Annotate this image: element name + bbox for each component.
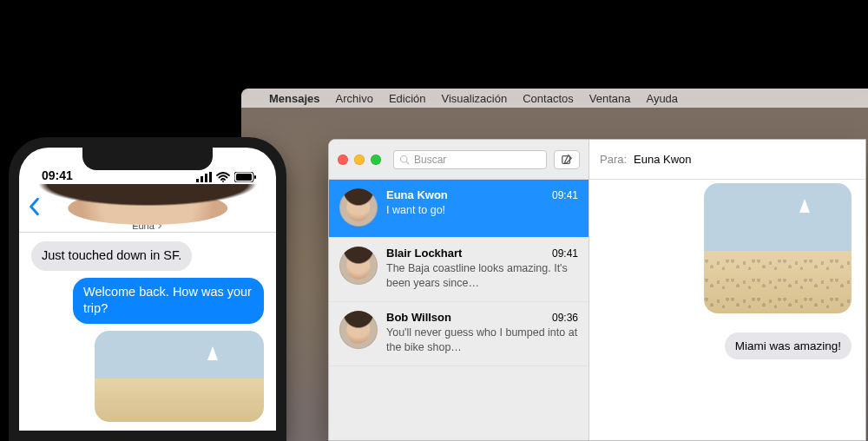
sidebar-toolbar: Buscar [329, 140, 589, 180]
svg-rect-3 [196, 179, 199, 182]
conversation-time: 09:36 [552, 312, 578, 324]
iphone-device-frame: 09:41 Euna Just touched down in SF. Welc [9, 137, 286, 441]
svg-rect-8 [236, 174, 252, 181]
avatar [339, 311, 378, 349]
conversation-list: Euna Kwon 09:41 I want to go! Blair Lock… [329, 180, 589, 440]
svg-rect-5 [205, 174, 207, 182]
svg-rect-6 [209, 172, 212, 182]
svg-rect-4 [201, 176, 203, 182]
wifi-icon [216, 172, 230, 182]
chat-body: Miami was amazing! [589, 180, 865, 440]
chat-bubble-outgoing: Welcome back. How was your trip? [73, 278, 264, 324]
menubar-item-edicion[interactable]: Edición [389, 92, 426, 105]
conversation-item[interactable]: Euna Kwon 09:41 I want to go! [329, 180, 589, 238]
window-zoom-button[interactable] [371, 155, 381, 165]
conversation-name: Euna Kwon [386, 188, 448, 201]
menubar-item-archivo[interactable]: Archivo [336, 92, 373, 105]
conversation-item[interactable]: Bob Willson 09:36 You'll never guess who… [329, 302, 589, 366]
menubar-item-visualizacion[interactable]: Visualización [442, 92, 508, 105]
conversation-name: Bob Willson [386, 311, 451, 324]
iphone-notch [82, 148, 213, 170]
to-value[interactable]: Euna Kwon [634, 153, 692, 166]
avatar [339, 247, 378, 285]
window-close-button[interactable] [338, 155, 348, 165]
menubar-item-contactos[interactable]: Contactos [523, 92, 574, 105]
menubar-item-ventana[interactable]: Ventana [589, 92, 631, 105]
mac-menubar: Mensajes Archivo Edición Visualización C… [241, 89, 868, 108]
chat-bubble-incoming: Just touched down in SF. [31, 241, 192, 271]
conversation-time: 09:41 [552, 189, 578, 201]
messages-window: Buscar Euna Kwon 09:41 [328, 139, 866, 441]
conversation-preview: The Baja coastline looks amazing. It's b… [386, 261, 578, 291]
mac-device-frame: Mensajes Archivo Edición Visualización C… [222, 69, 868, 441]
chat-image-bubble[interactable] [704, 183, 852, 313]
svg-point-0 [401, 155, 408, 162]
status-time: 09:41 [42, 168, 73, 182]
contact-header[interactable]: Euna [131, 186, 164, 231]
avatar [131, 186, 164, 219]
svg-line-1 [406, 161, 409, 164]
window-minimize-button[interactable] [354, 155, 365, 165]
search-input[interactable]: Buscar [393, 150, 547, 169]
menubar-item-ayuda[interactable]: Ayuda [646, 92, 678, 105]
conversation-sidebar: Buscar Euna Kwon 09:41 [329, 140, 589, 440]
conversation-preview: You'll never guess who I bumped into at … [386, 326, 578, 355]
conversation-item[interactable]: Blair Lockhart 09:41 The Baja coastline … [329, 238, 589, 302]
conversation-time: 09:41 [552, 247, 578, 260]
cellular-icon [196, 172, 212, 182]
avatar [339, 188, 378, 227]
mac-screen: Mensajes Archivo Edición Visualización C… [241, 89, 868, 441]
menubar-app-name[interactable]: Mensajes [269, 92, 320, 105]
battery-icon [234, 172, 257, 182]
conversation-nav: Euna [19, 184, 276, 233]
iphone-chat-body[interactable]: Just touched down in SF. Welcome back. H… [19, 233, 276, 431]
compose-icon [561, 154, 573, 166]
to-label: Para: [600, 153, 627, 166]
chat-bubble-incoming: Miami was amazing! [725, 332, 852, 359]
chat-header: Para: Euna Kwon [589, 140, 865, 180]
svg-rect-9 [254, 175, 256, 179]
chat-pane: Para: Euna Kwon Miami was amazing! [589, 140, 865, 440]
iphone-screen: 09:41 Euna Just touched down in SF. Welc [19, 148, 276, 431]
conversation-name: Blair Lockhart [386, 247, 462, 260]
conversation-preview: I want to go! [386, 203, 578, 218]
compose-button[interactable] [554, 150, 580, 169]
search-icon [399, 155, 410, 165]
window-traffic-lights [338, 155, 381, 165]
chat-image-bubble[interactable] [95, 331, 264, 422]
search-placeholder: Buscar [414, 154, 446, 166]
